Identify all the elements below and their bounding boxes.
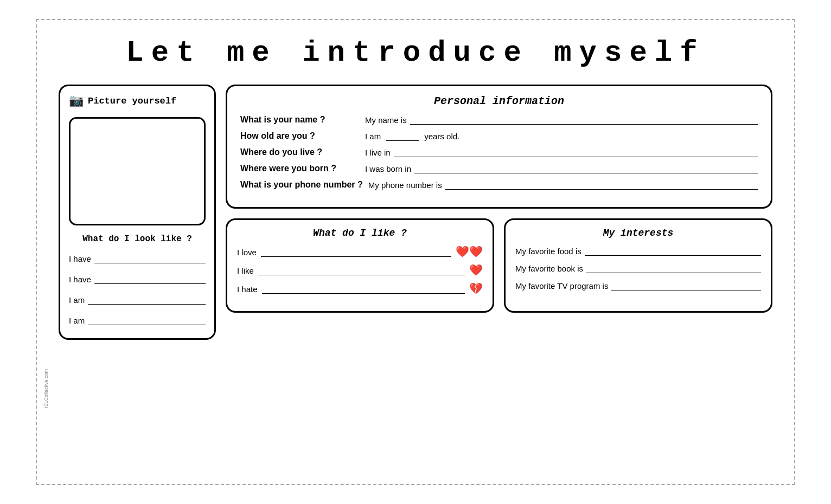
look-line-4: I am <box>69 315 206 325</box>
question-phone: What is your phone number ? <box>240 180 363 190</box>
likes-like-label: I like <box>237 266 254 275</box>
look-line-1: I have <box>69 254 206 263</box>
answer-age-suffix: years old. <box>424 132 459 141</box>
look-underline-1 <box>94 254 206 263</box>
answer-phone-text: My phone number is <box>368 180 442 190</box>
question-age: How old are you ? <box>240 131 360 141</box>
likes-hate-underline <box>262 284 465 294</box>
look-line-2: I have <box>69 274 206 284</box>
info-row-phone: What is your phone number ? My phone num… <box>240 180 758 190</box>
likes-hate-label: I hate <box>237 285 258 294</box>
interest-tv-label: My favorite TV program is <box>515 281 608 290</box>
likes-like-underline <box>258 266 465 275</box>
question-live: Where do you live ? <box>240 147 360 157</box>
interest-food-underline <box>585 246 761 256</box>
answer-born-underline <box>414 164 758 173</box>
info-row-live: Where do you live ? I live in <box>240 147 758 157</box>
answer-name-underline <box>410 115 758 125</box>
look-label-4: I am <box>69 316 85 325</box>
look-label-1: I have <box>69 254 91 263</box>
love-heart-icon: ❤️❤️ <box>456 246 483 257</box>
likes-love-underline <box>261 247 451 257</box>
likes-love-label: I love <box>237 248 257 257</box>
answer-phone: My phone number is <box>368 180 758 190</box>
interest-tv-underline <box>611 281 761 290</box>
answer-phone-underline <box>445 180 758 190</box>
answer-age-prefix: I am <box>365 132 381 141</box>
look-label-3: I am <box>69 295 85 305</box>
like-heart-icon: ❤️ <box>469 264 483 275</box>
info-row-age: How old are you ? I am years old. <box>240 131 758 141</box>
interests-box: My interests My favorite food is My favo… <box>504 218 772 313</box>
interest-book-underline <box>586 263 761 273</box>
question-name: What is your name ? <box>240 115 360 125</box>
picture-header-label: Picture yourself <box>88 96 176 106</box>
answer-name-text: My name is <box>365 115 407 125</box>
answer-live: I live in <box>365 147 758 157</box>
likes-title: What do I like ? <box>237 228 483 238</box>
answer-age-underline <box>386 131 419 141</box>
camera-icon: 📷 <box>69 94 84 108</box>
personal-info-title: Personal information <box>240 95 758 107</box>
look-label-2: I have <box>69 275 91 284</box>
interest-row-tv: My favorite TV program is <box>515 281 761 290</box>
answer-name: My name is <box>365 115 758 125</box>
answer-live-underline <box>394 147 758 157</box>
hate-heart-icon: 💔 <box>469 283 483 294</box>
likes-row-like: I like ❤️ <box>237 264 483 275</box>
content-area: 📷 Picture yourself What do I look like ?… <box>59 85 772 340</box>
watermark: ISLCollective.com <box>43 369 49 408</box>
picture-header: 📷 Picture yourself <box>69 94 206 108</box>
look-underline-4 <box>88 315 206 325</box>
answer-born: I was born in <box>365 164 758 173</box>
interest-row-book: My favorite book is <box>515 263 761 273</box>
likes-box: What do I like ? I love ❤️❤️ I like ❤️ I… <box>226 218 494 313</box>
right-column: Personal information What is your name ?… <box>226 85 772 340</box>
answer-born-text: I was born in <box>365 164 411 173</box>
page: Let me introduce myself 📷 Picture yourse… <box>36 19 795 485</box>
question-born: Where were you born ? <box>240 164 360 173</box>
info-row-born: Where were you born ? I was born in <box>240 164 758 173</box>
look-like-title: What do I look like ? <box>69 234 206 244</box>
personal-info-box: Personal information What is your name ?… <box>226 85 772 209</box>
interest-food-label: My favorite food is <box>515 247 581 256</box>
answer-age: I am years old. <box>365 131 758 141</box>
main-title: Let me introduce myself <box>59 36 772 69</box>
interest-book-label: My favorite book is <box>515 264 583 273</box>
left-column: 📷 Picture yourself What do I look like ?… <box>59 85 216 340</box>
photo-box <box>69 117 206 225</box>
info-row-name: What is your name ? My name is <box>240 115 758 125</box>
look-underline-3 <box>88 295 206 305</box>
interests-title: My interests <box>515 228 761 238</box>
bottom-row: What do I like ? I love ❤️❤️ I like ❤️ I… <box>226 218 772 313</box>
look-underline-2 <box>94 274 206 284</box>
likes-row-hate: I hate 💔 <box>237 283 483 294</box>
look-line-3: I am <box>69 295 206 305</box>
likes-row-love: I love ❤️❤️ <box>237 246 483 257</box>
answer-live-text: I live in <box>365 148 391 157</box>
interest-row-food: My favorite food is <box>515 246 761 256</box>
